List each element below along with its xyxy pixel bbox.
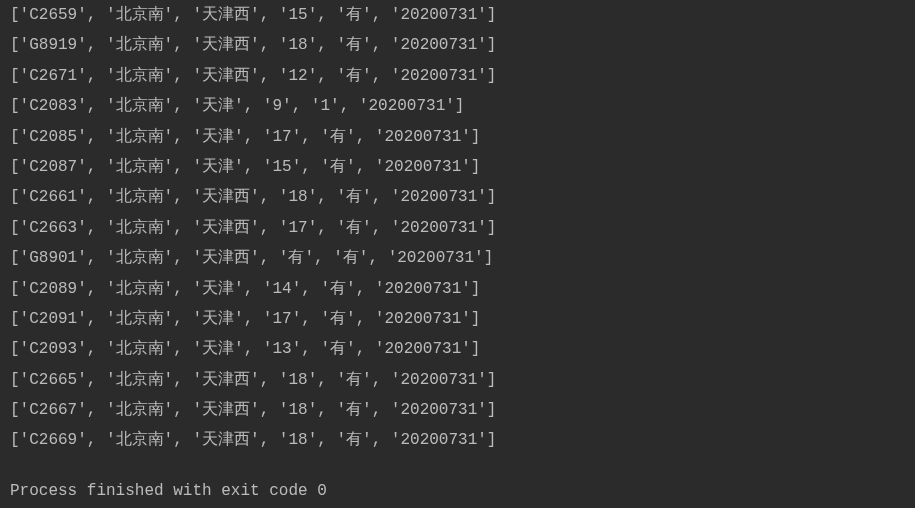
output-line: ['C2669', '北京南', '天津西', '18', '有', '2020… [10,425,905,455]
output-line: ['C2661', '北京南', '天津西', '18', '有', '2020… [10,182,905,212]
output-line: ['C2085', '北京南', '天津', '17', '有', '20200… [10,122,905,152]
output-line: ['C2671', '北京南', '天津西', '12', '有', '2020… [10,61,905,91]
output-line: ['C2093', '北京南', '天津', '13', '有', '20200… [10,334,905,364]
console-output: ['C2659', '北京南', '天津西', '15', '有', '2020… [10,0,905,456]
process-status: Process finished with exit code 0 [10,476,905,506]
output-line: ['C2659', '北京南', '天津西', '15', '有', '2020… [10,0,905,30]
output-line: ['C2087', '北京南', '天津', '15', '有', '20200… [10,152,905,182]
output-line: ['C2665', '北京南', '天津西', '18', '有', '2020… [10,365,905,395]
output-line: ['C2089', '北京南', '天津', '14', '有', '20200… [10,274,905,304]
output-line: ['C2083', '北京南', '天津', '9', '1', '202007… [10,91,905,121]
output-line: ['C2663', '北京南', '天津西', '17', '有', '2020… [10,213,905,243]
output-line: ['G8919', '北京南', '天津西', '18', '有', '2020… [10,30,905,60]
output-line: ['G8901', '北京南', '天津西', '有', '有', '20200… [10,243,905,273]
output-line: ['C2667', '北京南', '天津西', '18', '有', '2020… [10,395,905,425]
output-line: ['C2091', '北京南', '天津', '17', '有', '20200… [10,304,905,334]
